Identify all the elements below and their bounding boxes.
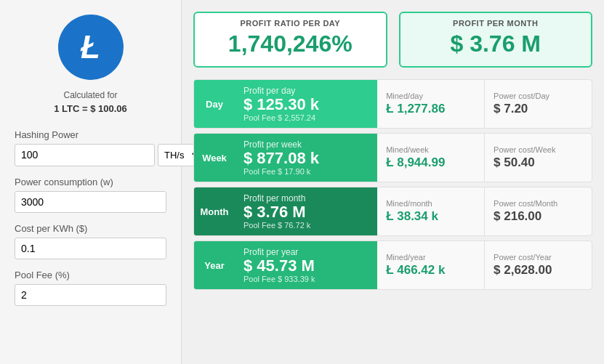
mined-title: Mined/year <box>386 253 475 262</box>
row-profit-title: Profit per month <box>243 193 369 203</box>
cost-title: Power cost/Week <box>494 145 583 154</box>
table-row: Month Profit per month $ 3.76 M Pool Fee… <box>193 187 592 236</box>
mined-title: Mined/day <box>386 92 475 100</box>
cost-input[interactable] <box>15 238 166 259</box>
row-pool-fee: Pool Fee $ 933.39 k <box>243 275 369 283</box>
table-row: Week Profit per week $ 877.08 k Pool Fee… <box>193 133 592 182</box>
cost-title: Power cost/Year <box>494 253 583 262</box>
cost-value: $ 216.00 <box>494 209 583 224</box>
row-profit-value: $ 45.73 M <box>243 257 369 275</box>
right-panel: PROFIT RATIO PER DAY 1,740,246% PROFIT P… <box>182 0 604 364</box>
row-profit-title: Profit per year <box>243 247 369 257</box>
data-rows: Day Profit per day $ 125.30 k Pool Fee $… <box>193 79 592 290</box>
row-profit-value: $ 3.76 M <box>243 203 369 221</box>
profit-month-title: PROFIT PER MONTH <box>411 19 581 28</box>
calc-for-label: Calculated for <box>63 90 117 100</box>
row-profit-value: $ 125.30 k <box>243 96 369 113</box>
calc-for-value: 1 LTC = $ 100.06 <box>54 102 127 116</box>
row-profit-cell: Profit per day $ 125.30 k Pool Fee $ 2,5… <box>235 80 377 128</box>
table-row: Year Profit per year $ 45.73 M Pool Fee … <box>193 240 592 290</box>
row-profit-title: Profit per week <box>243 139 369 150</box>
profit-month-value: $ 3.76 M <box>411 31 581 57</box>
logo-letter: Ł <box>81 31 100 63</box>
profit-ratio-card: PROFIT RATIO PER DAY 1,740,246% <box>193 12 387 68</box>
row-mined-cell: Mined/year Ł 466.42 k <box>377 241 485 289</box>
calc-for-info: Calculated for 1 LTC = $ 100.06 <box>54 89 127 116</box>
hashing-input[interactable] <box>15 144 155 166</box>
row-mined-cell: Mined/month Ł 38.34 k <box>377 187 485 235</box>
top-stats: PROFIT RATIO PER DAY 1,740,246% PROFIT P… <box>193 12 592 68</box>
row-profit-cell: Profit per week $ 877.08 k Pool Fee $ 17… <box>235 134 377 182</box>
row-profit-value: $ 877.08 k <box>243 150 369 167</box>
pool-input[interactable] <box>15 284 166 306</box>
mined-value: Ł 466.42 k <box>386 263 475 278</box>
row-period-label: Year <box>194 241 235 289</box>
cost-value: $ 7.20 <box>494 102 583 116</box>
power-label: Power consumption (w) <box>15 177 166 187</box>
row-period-label: Month <box>194 187 235 235</box>
cost-title: Power cost/Month <box>494 199 583 208</box>
main-container: Ł Calculated for 1 LTC = $ 100.06 Hashin… <box>0 0 604 364</box>
row-pool-fee: Pool Fee $ 76.72 k <box>243 221 369 230</box>
cost-title: Power cost/Day <box>494 92 583 100</box>
cost-group: Cost per KWh ($) <box>15 223 166 259</box>
profit-month-card: PROFIT PER MONTH $ 3.76 M <box>399 12 593 68</box>
cost-label: Cost per KWh ($) <box>15 223 166 234</box>
row-cost-cell: Power cost/Month $ 216.00 <box>485 187 592 235</box>
row-cost-cell: Power cost/Day $ 7.20 <box>485 80 592 128</box>
row-period-label: Day <box>194 80 235 128</box>
row-cost-cell: Power cost/Week $ 50.40 <box>485 134 592 182</box>
row-pool-fee: Pool Fee $ 2,557.24 <box>243 113 369 122</box>
row-mined-cell: Mined/day Ł 1,277.86 <box>377 80 485 128</box>
row-cost-cell: Power cost/Year $ 2,628.00 <box>485 241 592 289</box>
row-profit-cell: Profit per year $ 45.73 M Pool Fee $ 933… <box>235 241 377 289</box>
hashing-power-group: Hashing Power TH/s GH/s MH/s <box>15 129 166 166</box>
row-profit-title: Profit per day <box>243 86 369 96</box>
mined-value: Ł 1,277.86 <box>386 102 475 116</box>
mined-title: Mined/month <box>386 199 475 208</box>
row-profit-cell: Profit per month $ 3.76 M Pool Fee $ 76.… <box>235 187 377 235</box>
cost-value: $ 2,628.00 <box>494 263 583 278</box>
row-period-label: Week <box>194 134 235 182</box>
profit-ratio-title: PROFIT RATIO PER DAY <box>205 19 376 28</box>
mined-value: Ł 8,944.99 <box>386 155 475 170</box>
power-group: Power consumption (w) <box>15 177 166 213</box>
left-panel: Ł Calculated for 1 LTC = $ 100.06 Hashin… <box>0 0 182 364</box>
profit-ratio-value: 1,740,246% <box>205 31 376 57</box>
mined-title: Mined/week <box>386 145 475 154</box>
cost-value: $ 50.40 <box>494 155 583 170</box>
hashing-label: Hashing Power <box>15 129 166 140</box>
pool-label: Pool Fee (%) <box>15 270 166 280</box>
row-pool-fee: Pool Fee $ 17.90 k <box>243 167 369 176</box>
pool-fee-group: Pool Fee (%) <box>15 270 166 306</box>
table-row: Day Profit per day $ 125.30 k Pool Fee $… <box>193 79 592 129</box>
mined-value: Ł 38.34 k <box>386 209 475 224</box>
litecoin-logo: Ł <box>58 15 124 80</box>
row-mined-cell: Mined/week Ł 8,944.99 <box>377 134 485 182</box>
power-input[interactable] <box>15 191 166 213</box>
